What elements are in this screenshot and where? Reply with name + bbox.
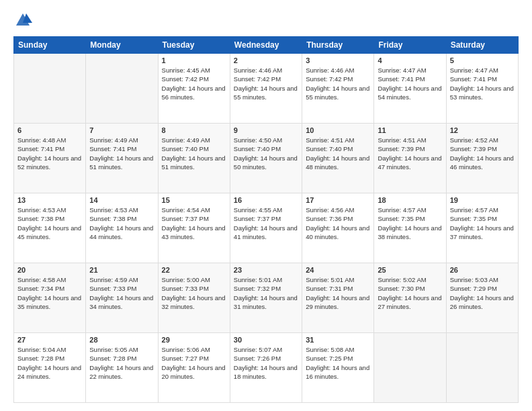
- day-number: 9: [234, 126, 298, 134]
- calendar-cell: 3Sunrise: 4:46 AMSunset: 7:42 PMDaylight…: [302, 54, 374, 124]
- day-info: Sunrise: 4:47 AMSunset: 7:41 PMDaylight:…: [378, 66, 442, 101]
- logo: [13, 11, 35, 30]
- calendar-cell: 25Sunrise: 5:02 AMSunset: 7:30 PMDayligh…: [374, 263, 446, 333]
- day-info: Sunrise: 4:59 AMSunset: 7:33 PMDaylight:…: [89, 275, 154, 311]
- week-row-5: 27Sunrise: 5:04 AMSunset: 7:28 PMDayligh…: [14, 333, 519, 403]
- day-number: 16: [234, 196, 298, 204]
- calendar-cell: 29Sunrise: 5:06 AMSunset: 7:27 PMDayligh…: [158, 333, 230, 403]
- day-info: Sunrise: 4:57 AMSunset: 7:35 PMDaylight:…: [450, 205, 515, 241]
- calendar-cell: [86, 54, 158, 124]
- weekday-header-thursday: Thursday: [302, 37, 374, 54]
- calendar-cell: 17Sunrise: 4:56 AMSunset: 7:36 PMDayligh…: [302, 193, 374, 263]
- calendar-cell: [446, 333, 518, 403]
- calendar-cell: 27Sunrise: 5:04 AMSunset: 7:28 PMDayligh…: [14, 333, 86, 403]
- day-info: Sunrise: 4:52 AMSunset: 7:39 PMDaylight:…: [450, 136, 515, 171]
- weekday-header-monday: Monday: [86, 37, 158, 54]
- day-info: Sunrise: 5:01 AMSunset: 7:31 PMDaylight:…: [306, 275, 370, 311]
- page: SundayMondayTuesdayWednesdayThursdayFrid…: [0, 0, 532, 411]
- day-number: 6: [17, 126, 82, 134]
- calendar-cell: 5Sunrise: 4:47 AMSunset: 7:41 PMDaylight…: [446, 54, 518, 124]
- day-info: Sunrise: 4:51 AMSunset: 7:40 PMDaylight:…: [306, 136, 370, 171]
- week-row-3: 13Sunrise: 4:53 AMSunset: 7:38 PMDayligh…: [14, 193, 519, 263]
- day-number: 8: [162, 126, 226, 134]
- day-number: 26: [450, 266, 515, 274]
- calendar-cell: 20Sunrise: 4:58 AMSunset: 7:34 PMDayligh…: [14, 263, 86, 333]
- calendar-cell: 18Sunrise: 4:57 AMSunset: 7:35 PMDayligh…: [374, 193, 446, 263]
- day-number: 29: [162, 336, 226, 344]
- day-number: 31: [306, 336, 370, 344]
- weekday-header-tuesday: Tuesday: [158, 37, 230, 54]
- calendar-cell: 13Sunrise: 4:53 AMSunset: 7:38 PMDayligh…: [14, 193, 86, 263]
- day-number: 23: [234, 266, 298, 274]
- day-info: Sunrise: 5:04 AMSunset: 7:28 PMDaylight:…: [17, 345, 82, 381]
- day-number: 11: [378, 126, 442, 134]
- calendar-cell: 6Sunrise: 4:48 AMSunset: 7:41 PMDaylight…: [14, 124, 86, 193]
- calendar-cell: 1Sunrise: 4:45 AMSunset: 7:42 PMDaylight…: [158, 54, 230, 124]
- calendar-cell: 8Sunrise: 4:49 AMSunset: 7:40 PMDaylight…: [158, 124, 230, 193]
- calendar-cell: 2Sunrise: 4:46 AMSunset: 7:42 PMDaylight…: [230, 54, 302, 124]
- day-number: 7: [89, 126, 154, 134]
- calendar-cell: 31Sunrise: 5:08 AMSunset: 7:25 PMDayligh…: [302, 333, 374, 403]
- calendar-cell: [14, 54, 86, 124]
- day-number: 18: [378, 196, 442, 204]
- day-number: 24: [306, 266, 370, 274]
- day-number: 28: [89, 336, 154, 344]
- calendar-cell: 24Sunrise: 5:01 AMSunset: 7:31 PMDayligh…: [302, 263, 374, 333]
- calendar-cell: 16Sunrise: 4:55 AMSunset: 7:37 PMDayligh…: [230, 193, 302, 263]
- calendar-cell: 21Sunrise: 4:59 AMSunset: 7:33 PMDayligh…: [86, 263, 158, 333]
- day-number: 13: [17, 196, 82, 204]
- day-number: 21: [89, 266, 154, 274]
- day-info: Sunrise: 5:02 AMSunset: 7:30 PMDaylight:…: [378, 275, 442, 311]
- day-info: Sunrise: 4:51 AMSunset: 7:39 PMDaylight:…: [378, 136, 442, 171]
- day-info: Sunrise: 4:58 AMSunset: 7:34 PMDaylight:…: [17, 275, 82, 311]
- day-info: Sunrise: 4:46 AMSunset: 7:42 PMDaylight:…: [234, 66, 298, 101]
- day-number: 25: [378, 266, 442, 274]
- calendar-cell: 22Sunrise: 5:00 AMSunset: 7:33 PMDayligh…: [158, 263, 230, 333]
- day-info: Sunrise: 4:47 AMSunset: 7:41 PMDaylight:…: [450, 66, 515, 101]
- header: [13, 11, 519, 30]
- day-info: Sunrise: 5:06 AMSunset: 7:27 PMDaylight:…: [162, 345, 226, 381]
- calendar-cell: 23Sunrise: 5:01 AMSunset: 7:32 PMDayligh…: [230, 263, 302, 333]
- calendar-cell: 19Sunrise: 4:57 AMSunset: 7:35 PMDayligh…: [446, 193, 518, 263]
- calendar-cell: 30Sunrise: 5:07 AMSunset: 7:26 PMDayligh…: [230, 333, 302, 403]
- calendar-table: SundayMondayTuesdayWednesdayThursdayFrid…: [13, 36, 519, 403]
- calendar-cell: 14Sunrise: 4:53 AMSunset: 7:38 PMDayligh…: [86, 193, 158, 263]
- weekday-header-friday: Friday: [374, 37, 446, 54]
- day-number: 20: [17, 266, 82, 274]
- calendar-cell: 15Sunrise: 4:54 AMSunset: 7:37 PMDayligh…: [158, 193, 230, 263]
- calendar-cell: 26Sunrise: 5:03 AMSunset: 7:29 PMDayligh…: [446, 263, 518, 333]
- day-info: Sunrise: 4:48 AMSunset: 7:41 PMDaylight:…: [17, 136, 82, 171]
- day-number: 4: [378, 56, 442, 64]
- day-info: Sunrise: 4:56 AMSunset: 7:36 PMDaylight:…: [306, 205, 370, 241]
- week-row-1: 1Sunrise: 4:45 AMSunset: 7:42 PMDaylight…: [14, 54, 519, 124]
- week-row-4: 20Sunrise: 4:58 AMSunset: 7:34 PMDayligh…: [14, 263, 519, 333]
- day-info: Sunrise: 4:54 AMSunset: 7:37 PMDaylight:…: [162, 205, 226, 241]
- calendar-cell: 9Sunrise: 4:50 AMSunset: 7:40 PMDaylight…: [230, 124, 302, 193]
- day-number: 22: [162, 266, 226, 274]
- weekday-header-saturday: Saturday: [446, 37, 518, 54]
- calendar-cell: 11Sunrise: 4:51 AMSunset: 7:39 PMDayligh…: [374, 124, 446, 193]
- weekday-header-sunday: Sunday: [14, 37, 86, 54]
- day-number: 27: [17, 336, 82, 344]
- day-info: Sunrise: 4:49 AMSunset: 7:40 PMDaylight:…: [162, 136, 226, 171]
- day-number: 1: [162, 56, 226, 64]
- day-info: Sunrise: 4:53 AMSunset: 7:38 PMDaylight:…: [17, 205, 82, 241]
- day-info: Sunrise: 4:53 AMSunset: 7:38 PMDaylight:…: [89, 205, 154, 241]
- day-info: Sunrise: 5:08 AMSunset: 7:25 PMDaylight:…: [306, 345, 370, 381]
- day-number: 30: [234, 336, 298, 344]
- day-number: 12: [450, 126, 515, 134]
- day-info: Sunrise: 5:01 AMSunset: 7:32 PMDaylight:…: [234, 275, 298, 311]
- day-info: Sunrise: 5:07 AMSunset: 7:26 PMDaylight:…: [234, 345, 298, 381]
- day-info: Sunrise: 4:57 AMSunset: 7:35 PMDaylight:…: [378, 205, 442, 241]
- day-number: 17: [306, 196, 370, 204]
- day-number: 2: [234, 56, 298, 64]
- day-number: 19: [450, 196, 515, 204]
- calendar-cell: 28Sunrise: 5:05 AMSunset: 7:28 PMDayligh…: [86, 333, 158, 403]
- day-info: Sunrise: 4:49 AMSunset: 7:41 PMDaylight:…: [89, 136, 154, 171]
- week-row-2: 6Sunrise: 4:48 AMSunset: 7:41 PMDaylight…: [14, 124, 519, 193]
- day-info: Sunrise: 4:45 AMSunset: 7:42 PMDaylight:…: [162, 66, 226, 101]
- calendar-cell: 12Sunrise: 4:52 AMSunset: 7:39 PMDayligh…: [446, 124, 518, 193]
- calendar-cell: [374, 333, 446, 403]
- calendar-cell: 10Sunrise: 4:51 AMSunset: 7:40 PMDayligh…: [302, 124, 374, 193]
- day-info: Sunrise: 4:46 AMSunset: 7:42 PMDaylight:…: [306, 66, 370, 101]
